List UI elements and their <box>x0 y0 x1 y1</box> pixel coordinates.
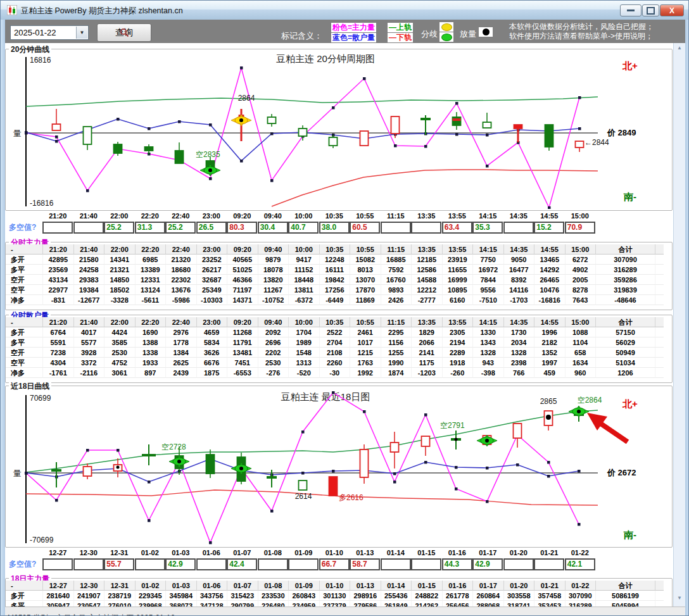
table-cell: -7510 <box>472 295 503 305</box>
dk-time-label: 14:55 <box>534 211 565 220</box>
table-cell: 357458 <box>534 591 565 601</box>
table-cell: 229345 <box>135 591 166 601</box>
table-cell: 7844 <box>472 275 503 285</box>
table-cell: 1088 <box>565 327 596 337</box>
table-cell: 26217 <box>196 265 227 275</box>
table-column-header: 22:00 <box>104 244 135 255</box>
table-cell-tail <box>655 327 664 337</box>
table-row-label: 多开 <box>6 591 42 601</box>
dk-value: 40.7 <box>291 223 305 232</box>
date-combobox[interactable]: 2025-01-22 ▼ <box>10 25 89 40</box>
table-cell: 23252 <box>196 255 227 265</box>
table-cell: 7451 <box>227 358 258 368</box>
search-icon <box>120 28 129 37</box>
scroll-down-icon[interactable]: ▼ <box>676 595 683 601</box>
dk-cell <box>73 557 104 571</box>
table-cell: 9893 <box>381 285 412 295</box>
dk-time-label: 22:40 <box>165 211 196 220</box>
close-icon: X <box>669 6 674 15</box>
table-cell: 42895 <box>42 255 73 265</box>
dk-value-box <box>288 558 319 570</box>
dk-cell: 42.9 <box>472 557 503 571</box>
table-cell: 6676 <box>196 358 227 368</box>
table-row-label: 空开 <box>6 348 42 358</box>
table-cell: 43134 <box>42 275 73 285</box>
table-cell: 5591 <box>42 337 73 348</box>
dk-value-box: 58.7 <box>350 558 380 570</box>
table-cell: 237379 <box>319 601 350 607</box>
dk-time-label: 22:20 <box>135 211 166 220</box>
table-column-header: 09:40 <box>258 244 289 255</box>
y-min-label: -16816 <box>30 199 54 208</box>
close-button[interactable]: X <box>660 4 684 16</box>
volume-burst-dot <box>117 466 120 469</box>
chart-annotation: 2864 <box>238 94 255 103</box>
candle-cross-bar <box>267 476 277 479</box>
dk-cell <box>411 220 442 234</box>
table-cell: 1996 <box>534 327 565 337</box>
table-cell: 15082 <box>350 255 381 265</box>
table-cell: 2704 <box>319 337 350 348</box>
candle-body <box>514 125 522 129</box>
table-column-header: 14:15 <box>472 317 503 327</box>
dk-value: 66.7 <box>322 560 336 569</box>
dk-value: 25.2 <box>168 223 182 232</box>
dk-row-label: 多空值? <box>6 220 42 234</box>
table-column-header: 10:55 <box>350 317 381 327</box>
table-row-label: 多开 <box>6 327 42 337</box>
minimize-button[interactable] <box>620 4 642 16</box>
table-cell: -10752 <box>258 295 289 305</box>
chart-20min: 16816 -16816 量 豆粕主连 20分钟周期图 2864空2835←28… <box>6 49 670 209</box>
table-cell: 17256 <box>319 285 350 295</box>
table-cell-tail <box>655 295 664 305</box>
table-cell: 9050 <box>503 255 534 265</box>
chart-annotation: 南- <box>623 529 636 540</box>
table-cell: 315423 <box>227 591 258 601</box>
query-button[interactable]: 查询 <box>97 23 151 42</box>
maximize-button[interactable] <box>642 4 659 16</box>
table-column-header: 01-08 <box>258 581 289 591</box>
dk-value-box <box>503 222 534 234</box>
candle-body <box>84 467 92 476</box>
table-cell: 1330 <box>472 327 503 337</box>
table-cell: 368073 <box>165 601 196 607</box>
table-cell: 1778 <box>165 337 196 348</box>
table-cell: 13820 <box>258 275 289 285</box>
vertical-scrollbar[interactable]: ▲ ▼ <box>673 43 685 607</box>
window-border-left <box>1 20 5 616</box>
table-column-header: 01-17 <box>472 581 503 591</box>
table-cell: 22977 <box>42 285 73 295</box>
legend-lower-track: —下轨 <box>388 33 413 42</box>
table-cell: 11152 <box>288 265 319 275</box>
table-cell: 16111 <box>319 265 350 275</box>
table-cell: 307090 <box>595 255 655 265</box>
table-cell: 12331 <box>135 275 166 285</box>
dk-cell <box>135 557 166 571</box>
dk-value: 42.1 <box>567 560 582 569</box>
candle-cross-bar <box>142 454 156 456</box>
table-cell: 5045994 <box>595 601 655 607</box>
table-column-header: 合计 <box>595 581 655 591</box>
pointer-arrow-shaft <box>600 423 628 442</box>
dk-value: 26.5 <box>199 223 213 232</box>
scroll-up-icon[interactable]: ▲ <box>676 45 683 51</box>
table-cell: 24258 <box>73 265 104 275</box>
dk-cell: 80.3 <box>227 220 258 234</box>
table-column-header: 11:15 <box>381 244 412 255</box>
table-column-header: 09:40 <box>258 317 289 327</box>
y-axis-title: 量 <box>13 468 22 478</box>
combobox-dropdown-button[interactable]: ▼ <box>76 27 87 39</box>
table-cell: 303558 <box>503 591 534 601</box>
dk-value: 42.4 <box>229 560 244 569</box>
table-cell: 353453 <box>534 601 565 607</box>
legend-divergence-label: 分歧 <box>421 28 438 40</box>
dk-value-box: 42.4 <box>227 558 257 570</box>
table-cell: 18502 <box>104 285 135 295</box>
dk-cell: 42.1 <box>565 557 596 571</box>
dk-value-box: 63.4 <box>442 222 472 234</box>
table-cell: -1761 <box>42 368 73 378</box>
table-cell: -260 <box>442 368 473 378</box>
dk-cell: 55.7 <box>104 557 135 571</box>
table-column-header: 01-21 <box>534 581 565 591</box>
dk-value: 42.9 <box>475 560 490 569</box>
